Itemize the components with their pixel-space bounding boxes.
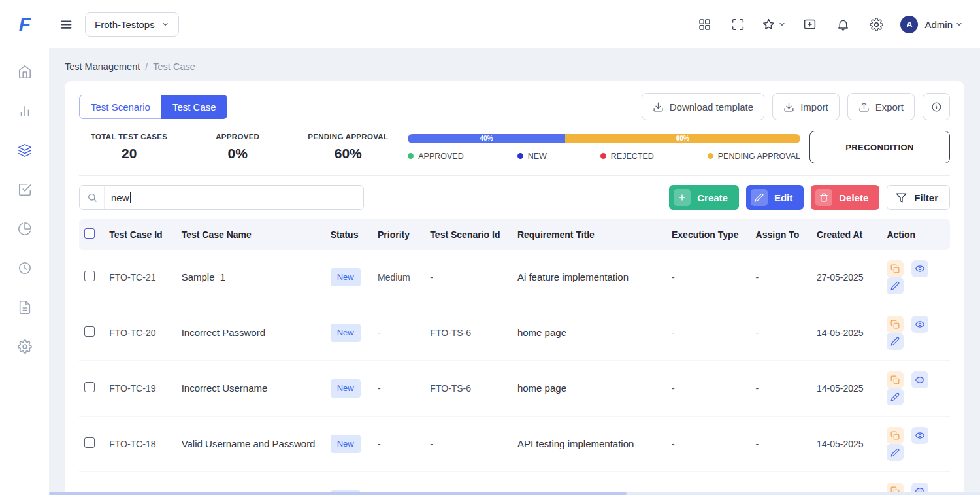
search-icon (80, 186, 105, 209)
notifications-button[interactable] (834, 15, 853, 34)
cell-test-case-id: FTO-TC-20 (104, 305, 176, 361)
pencil-icon (890, 392, 900, 401)
copy-row-button[interactable] (887, 427, 904, 444)
row-checkbox[interactable] (84, 382, 95, 392)
download-template-button[interactable]: Download template (642, 93, 764, 120)
sidebar-item-history[interactable] (10, 254, 39, 282)
app-logo[interactable]: F (0, 0, 49, 48)
row-checkbox[interactable] (84, 326, 95, 337)
search-row: new Create Edit (79, 176, 950, 219)
favorites-menu[interactable] (762, 18, 786, 31)
cell-priority: - (372, 472, 425, 495)
sidebar-item-documents[interactable] (10, 293, 39, 322)
sidebar-item-test-execution[interactable] (10, 175, 39, 204)
row-checkbox[interactable] (84, 271, 95, 281)
sidebar-item-settings[interactable] (10, 332, 39, 361)
settings-button[interactable] (867, 15, 886, 34)
create-button[interactable]: Create (669, 185, 739, 210)
status-badge: New (331, 324, 361, 342)
edit-row-button[interactable] (887, 333, 904, 350)
cell-test-scenario-id: FTO-TS-6 (425, 361, 512, 417)
table-row[interactable]: FTO-TC-19 Incorrect Username New - FTO-T… (79, 361, 950, 417)
progress-segment: 60% (565, 134, 800, 143)
select-all-checkbox[interactable] (84, 228, 95, 239)
table-row[interactable]: FTO-TC-20 Incorrect Password New - FTO-T… (79, 305, 950, 361)
cell-test-scenario-id: - (425, 250, 512, 305)
view-row-button[interactable] (911, 260, 928, 277)
view-row-button[interactable] (911, 316, 928, 333)
breadcrumb-test-case: Test Case (153, 61, 195, 72)
header-requirement-title: Requirement Title (512, 219, 666, 250)
delete-button[interactable]: Delete (811, 185, 879, 210)
legend-label: PENDING APPROVAL (718, 152, 800, 161)
cell-test-case-name: Incorrect Password (176, 305, 325, 361)
tab-test-case[interactable]: Test Case (161, 95, 227, 119)
copy-row-button[interactable] (887, 260, 904, 277)
cell-execution-type: - (666, 417, 751, 472)
sidebar-item-analytics[interactable] (10, 214, 39, 243)
view-tabs: Test Scenario Test Case (79, 95, 227, 119)
table-actions: Create Edit Delete Filter (669, 185, 950, 210)
status-progress: 40%60% APPROVED NEW REJECTED PENDING APP… (408, 134, 800, 161)
user-menu[interactable]: A Admin (900, 16, 963, 33)
apps-grid-button[interactable] (695, 15, 714, 34)
cell-test-scenario-id: - (425, 417, 512, 472)
topbar: Froth-Testops (49, 0, 980, 48)
header-status: Status (325, 219, 372, 250)
table-row[interactable]: FTO-TC-18 Valid Username and Password Ne… (79, 417, 950, 472)
stats-row: TOTAL TEST CASES 20 APPROVED 0% PENDING … (79, 120, 950, 176)
edit-button[interactable]: Edit (746, 185, 804, 210)
row-checkbox[interactable] (84, 437, 95, 448)
info-button[interactable] (923, 93, 950, 120)
trash-icon (815, 189, 832, 206)
import-button[interactable]: Import (772, 93, 840, 120)
add-widget-button[interactable] (800, 15, 819, 34)
fullscreen-button[interactable] (728, 15, 747, 34)
home-icon (18, 65, 32, 79)
export-button[interactable]: Export (847, 93, 915, 120)
stat-pending-approval: PENDING APPROVAL 60% (308, 133, 388, 162)
cell-assign-to: - (751, 250, 811, 305)
edit-row-button[interactable] (887, 388, 904, 405)
status-badge: New (331, 379, 361, 398)
sidebar-item-home[interactable] (10, 58, 39, 86)
legend-dot (600, 153, 606, 159)
header-execution-type: Execution Type (666, 219, 751, 250)
hamburger-menu-button[interactable] (57, 15, 76, 34)
copy-row-button[interactable] (887, 316, 904, 333)
filter-button[interactable]: Filter (887, 185, 950, 210)
funnel-icon (894, 189, 907, 206)
eye-icon (915, 375, 924, 384)
horizontal-scrollbar[interactable] (49, 492, 980, 495)
table-row[interactable]: FTO-TC-14 Positive Test Case 2 New - - A… (79, 472, 950, 495)
precondition-button[interactable]: PRECONDITION (809, 131, 950, 163)
sidebar-item-reports[interactable] (10, 97, 39, 126)
scrollbar-thumb[interactable] (49, 492, 627, 495)
sidebar-item-test-management[interactable] (10, 136, 39, 165)
search-input[interactable]: new (79, 185, 364, 210)
cell-requirement-title: home page (512, 361, 666, 417)
cell-execution-type: - (666, 361, 751, 417)
progress-bar: 40%60% (408, 134, 800, 143)
copy-row-button[interactable] (887, 371, 904, 388)
header-priority: Priority (372, 219, 425, 250)
search-value: new (111, 192, 129, 203)
project-selector[interactable]: Froth-Testops (85, 12, 179, 37)
star-icon (762, 18, 776, 31)
edit-row-button[interactable] (887, 277, 904, 294)
eye-icon (915, 264, 924, 273)
status-badge: New (331, 268, 361, 286)
pencil-icon (890, 281, 900, 290)
hamburger-icon (59, 18, 73, 31)
cell-requirement-title: home page (512, 305, 666, 361)
edit-row-button[interactable] (887, 444, 904, 461)
bell-icon (836, 18, 850, 31)
view-row-button[interactable] (911, 371, 928, 388)
breadcrumb-test-management[interactable]: Test Management (65, 61, 140, 72)
table-row[interactable]: FTO-TC-21 Sample_1 New Medium - Ai featu… (79, 250, 950, 305)
header-assign-to: Assign To (751, 219, 811, 250)
cell-test-case-id: FTO-TC-14 (104, 472, 176, 495)
view-row-button[interactable] (911, 427, 928, 444)
cell-requirement-title: API testing implementation (512, 417, 666, 472)
tab-test-scenario[interactable]: Test Scenario (79, 95, 161, 119)
